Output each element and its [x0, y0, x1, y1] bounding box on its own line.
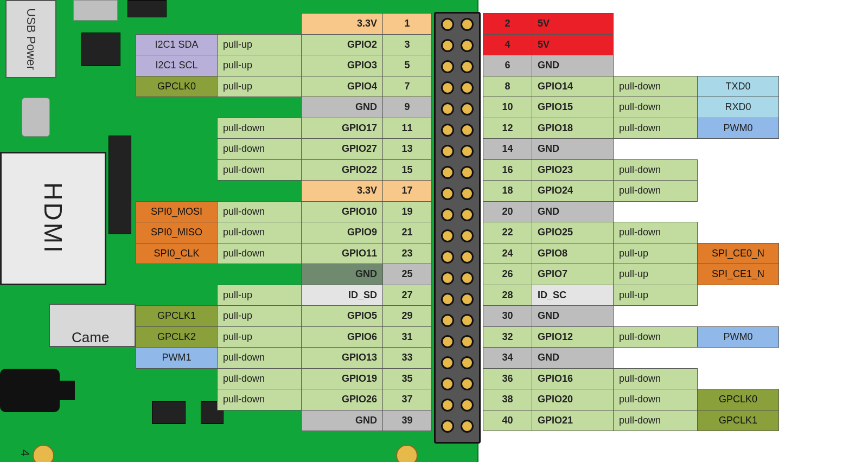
- hdmi-label: HDMI: [39, 182, 68, 255]
- pin-pull: pull-down: [614, 118, 698, 139]
- pin-pull: [614, 201, 698, 222]
- pin-pull: pull-down: [614, 97, 698, 118]
- pin-alt: [136, 368, 218, 389]
- pin-pull: pull-up: [614, 285, 698, 306]
- hdmi-connector: HDMI: [0, 152, 106, 285]
- pin-number: 13: [383, 139, 432, 160]
- left-pin-row: pull-downGPIO2637: [136, 389, 432, 410]
- pin-pull: pull-down: [614, 181, 698, 202]
- pin-pull: [614, 55, 698, 76]
- right-pin-row: 25V: [483, 14, 779, 35]
- left-pin-table: 3.3V1I2C1 SDApull-upGPIO23I2C1 SCLpull-u…: [136, 13, 432, 431]
- pin-alt: [698, 306, 779, 327]
- pin-gpio: GPIO18: [532, 118, 614, 139]
- pin-number: 7: [383, 76, 432, 97]
- left-pin-row: I2C1 SCLpull-upGPIO35: [136, 55, 432, 76]
- pin-pull: pull-up: [218, 76, 302, 97]
- pin-pull: pull-up: [218, 285, 302, 306]
- left-pin-row: pull-downGPIO1935: [136, 368, 432, 389]
- pin-pull: [218, 14, 302, 35]
- pin-pull: [218, 181, 302, 202]
- pin-pull: pull-down: [614, 389, 698, 410]
- pin-pull: pull-up: [218, 34, 302, 55]
- pin-pull: [218, 264, 302, 285]
- pin-alt: SPI_CE1_N: [698, 264, 779, 285]
- pin-gpio: GPIO24: [532, 181, 614, 202]
- left-pin-row: GND9: [136, 97, 432, 118]
- pin-pull: [614, 34, 698, 55]
- pin-alt: [136, 97, 218, 118]
- pin-gpio: GND: [532, 201, 614, 222]
- pin-number: 36: [483, 368, 532, 389]
- left-pin-row: pull-upID_SD27: [136, 285, 432, 306]
- pin-number: 12: [483, 118, 532, 139]
- left-pin-row: 3.3V17: [136, 181, 432, 202]
- pin-number: 18: [483, 181, 532, 202]
- pin-gpio: GPIO9: [302, 222, 383, 243]
- av-jack: [0, 369, 60, 412]
- pin-alt: [698, 14, 779, 35]
- pin-pull: pull-down: [614, 368, 698, 389]
- pin-alt: [136, 389, 218, 410]
- pin-alt: SPI0_MOSI: [136, 201, 218, 222]
- pin-alt: [136, 139, 218, 160]
- right-pin-row: 38GPIO20pull-downGPCLK0: [483, 389, 779, 410]
- pin-number: 10: [483, 97, 532, 118]
- pin-alt: [136, 285, 218, 306]
- left-pin-row: I2C1 SDApull-upGPIO23: [136, 34, 432, 55]
- pin-alt: GPCLK1: [698, 410, 779, 431]
- pin-pull: pull-down: [614, 326, 698, 348]
- pin-number: 1: [383, 14, 432, 35]
- pin-pull: pull-down: [218, 118, 302, 139]
- pin-number: 27: [383, 285, 432, 306]
- pin-alt: [698, 181, 779, 202]
- right-pin-row: 30GND: [483, 306, 779, 327]
- pin-number: 37: [383, 389, 432, 410]
- pin-gpio: GND: [302, 264, 383, 285]
- pin-gpio: GPIO27: [302, 139, 383, 160]
- pin-alt: [136, 181, 218, 202]
- pin-gpio: GND: [302, 97, 383, 118]
- right-pin-row: 12GPIO18pull-downPWM0: [483, 118, 779, 139]
- left-pin-row: SPI0_MOSIpull-downGPIO1019: [136, 201, 432, 222]
- pin-alt: I2C1 SCL: [136, 55, 218, 76]
- pin-alt: [698, 222, 779, 243]
- pin-gpio: GPIO16: [532, 368, 614, 389]
- pin-number: 20: [483, 201, 532, 222]
- pin-pull: [218, 410, 302, 431]
- left-pin-row: PWM1pull-downGPIO1333: [136, 348, 432, 369]
- pin-gpio: 3.3V: [302, 14, 383, 35]
- right-pin-row: 20GND: [483, 201, 779, 222]
- pin-alt: SPI0_CLK: [136, 243, 218, 264]
- pin-pull: [218, 97, 302, 118]
- left-pin-row: pull-downGPIO2713: [136, 139, 432, 160]
- right-pin-row: 34GND: [483, 348, 779, 369]
- pin-gpio: GPIO4: [302, 76, 383, 97]
- pin-number: 32: [483, 326, 532, 348]
- pin-alt: GPCLK0: [698, 389, 779, 410]
- pin-pull: pull-down: [218, 243, 302, 264]
- pin-number: 14: [483, 139, 532, 160]
- pin-alt: [136, 264, 218, 285]
- pin-pull: pull-up: [614, 243, 698, 264]
- pin-pull: pull-down: [614, 222, 698, 243]
- pin-gpio: GPIO2: [302, 34, 383, 55]
- pin-number: 3: [383, 34, 432, 55]
- pin-pull: [614, 306, 698, 327]
- pin-number: 16: [483, 159, 532, 181]
- pin-number: 2: [483, 14, 532, 35]
- pin-gpio: GND: [532, 306, 614, 327]
- pin-pull: pull-down: [218, 139, 302, 160]
- pin-number: 15: [383, 159, 432, 181]
- right-pin-row: 32GPIO12pull-downPWM0: [483, 326, 779, 348]
- right-pin-table: 25V45V6GND8GPIO14pull-downTXD010GPIO15pu…: [483, 13, 779, 431]
- pin-gpio: GPIO22: [302, 159, 383, 181]
- pin-number: 33: [383, 348, 432, 369]
- right-pin-row: 18GPIO24pull-down: [483, 181, 779, 202]
- pin-alt: GPCLK1: [136, 306, 218, 327]
- pin-pull: pull-up: [218, 55, 302, 76]
- pin-pull: pull-down: [218, 222, 302, 243]
- pin-pull: pull-down: [614, 159, 698, 181]
- pin-pull: [614, 348, 698, 369]
- pin-number: 5: [383, 55, 432, 76]
